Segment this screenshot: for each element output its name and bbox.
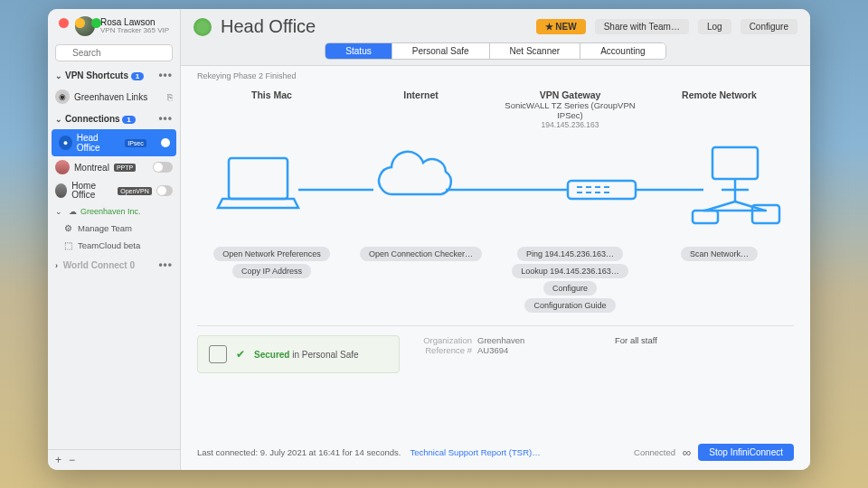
team-icon: ⚙ — [64, 223, 72, 233]
configure-gateway[interactable]: Configure — [543, 281, 597, 296]
worldconnect-header[interactable]: › World Connect 0 ••• — [48, 254, 180, 276]
proto-badge: PPTP — [114, 164, 136, 172]
check-icon: ✔ — [236, 348, 245, 361]
tab-net-scanner[interactable]: Net Scanner — [490, 43, 581, 59]
tab-bar: Status Personal Safe Net Scanner Account… — [325, 42, 665, 60]
connections-header[interactable]: ⌄Connections 1 ••• — [48, 108, 180, 129]
org-row[interactable]: ⌄ ☁ Greenhaven Inc. — [48, 203, 180, 220]
chevron-right-icon: › — [55, 261, 58, 270]
safe-icon — [209, 345, 227, 363]
main-pane: Head Office ★ NEW Share with Team… Log C… — [181, 9, 810, 470]
configure-button[interactable]: Configure — [741, 19, 797, 34]
search-wrap — [55, 44, 173, 61]
search-input[interactable] — [55, 44, 173, 61]
topo-gateway-ip: 194.145.236.163 — [495, 120, 645, 129]
svg-rect-3 — [568, 181, 636, 199]
share-button[interactable]: Share with Team… — [595, 19, 689, 34]
topo-remote: Remote Network — [645, 89, 794, 100]
personal-safe-box: ✔ Secured in Personal Safe — [197, 335, 400, 373]
open-network-prefs[interactable]: Open Network Preferences — [213, 247, 330, 261]
svg-line-18 — [705, 202, 735, 211]
infiniconnect-icon: ∞ — [683, 446, 691, 459]
copy-ip[interactable]: Copy IP Address — [232, 264, 311, 278]
page-title: Head Office — [221, 16, 527, 37]
new-button[interactable]: ★ NEW — [536, 19, 586, 34]
topo-gateway-sub: SonicWALL TZ Series (GroupVPN IPSec) — [495, 100, 645, 120]
chevron-down-icon: ⌄ — [55, 207, 62, 216]
proto-badge: OpenVPN — [118, 187, 152, 195]
add-button[interactable]: + — [55, 454, 61, 466]
globe-icon — [55, 160, 70, 174]
last-connected: Last connected: 9. July 2021 at 16:41 fo… — [197, 447, 401, 457]
tab-accounting[interactable]: Accounting — [580, 43, 665, 59]
shortcuts-count: 1 — [131, 72, 144, 80]
connection-head-office[interactable]: ● Head Office IPsec — [52, 129, 176, 156]
edit-icon[interactable]: ⎘ — [167, 92, 173, 102]
chevron-down-icon: ⌄ — [55, 71, 62, 80]
open-connection-checker[interactable]: Open Connection Checker… — [360, 247, 482, 261]
remove-button[interactable]: − — [69, 454, 75, 466]
shortcut-icon: ◉ — [55, 89, 70, 104]
globe-icon — [55, 183, 67, 198]
proto-badge: IPsec — [125, 139, 146, 147]
shortcut-item[interactable]: ◉ Greenhaven Links ⎘ — [48, 86, 180, 108]
topo-internet: Internet — [346, 89, 495, 100]
cloud-icon: ☁ — [69, 207, 77, 216]
manage-team[interactable]: ⚙ Manage Team — [48, 220, 180, 237]
note-box: For all staff — [615, 335, 794, 373]
meta-box: OrganizationGreenhaven Reference #AU3694 — [418, 335, 597, 373]
topo-gateway: VPN Gateway — [495, 89, 645, 100]
connected-label: Connected — [634, 447, 675, 457]
tab-status[interactable]: Status — [326, 43, 392, 59]
connection-icon — [193, 18, 212, 36]
connection-toggle[interactable] — [153, 162, 173, 173]
tab-personal-safe[interactable]: Personal Safe — [392, 43, 490, 59]
lookup-gateway[interactable]: Lookup 194.145.236.163… — [512, 264, 628, 278]
profile-subtitle: VPN Tracker 365 VIP — [100, 27, 169, 35]
topo-thismac: This Mac — [197, 89, 346, 100]
zoom-window[interactable] — [91, 18, 101, 28]
globe-icon: ● — [59, 136, 72, 150]
config-guide[interactable]: Configuration Guide — [524, 298, 615, 313]
topology-diagram — [197, 140, 794, 239]
scan-network[interactable]: Scan Network… — [681, 247, 758, 261]
minimize-window[interactable] — [75, 18, 85, 28]
shortcuts-header[interactable]: ⌄VPN Shortcuts 1 ••• — [48, 64, 180, 86]
cloud-icon: ⬚ — [64, 240, 72, 250]
stop-infiniconnect-button[interactable]: Stop InfiniConnect — [698, 444, 794, 461]
connections-count: 1 — [122, 116, 135, 124]
connection-montreal[interactable]: Montreal PPTP — [48, 156, 180, 178]
teamcloud[interactable]: ⬚ TeamCloud beta — [48, 237, 180, 254]
chevron-down-icon: ⌄ — [55, 115, 62, 124]
close-window[interactable] — [59, 18, 69, 28]
svg-rect-20 — [693, 211, 718, 223]
sidebar: Rosa Lawson VPN Tracker 365 VIP ⌄VPN Sho… — [48, 9, 181, 470]
ping-gateway[interactable]: Ping 194.145.236.163… — [517, 247, 623, 261]
svg-rect-0 — [229, 158, 288, 199]
shortcuts-menu-icon[interactable]: ••• — [158, 69, 173, 81]
status-line: Rekeying Phase 2 Finished — [197, 71, 794, 80]
connection-home-office[interactable]: Home Office OpenVPN — [48, 178, 180, 203]
connection-toggle[interactable] — [151, 137, 169, 148]
connection-toggle[interactable] — [156, 185, 173, 196]
svg-rect-13 — [712, 147, 758, 179]
worldconnect-menu-icon[interactable]: ••• — [158, 258, 173, 271]
log-button[interactable]: Log — [698, 19, 731, 34]
tsr-link[interactable]: Technical Support Report (TSR)… — [410, 447, 541, 457]
connections-menu-icon[interactable]: ••• — [158, 112, 173, 125]
